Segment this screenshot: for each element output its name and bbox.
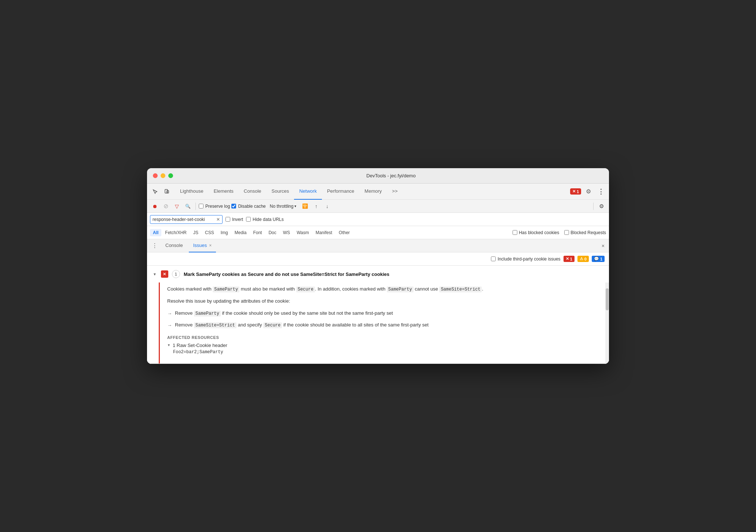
settings-icon[interactable]: ⚙ <box>583 186 594 197</box>
filter-css[interactable]: CSS <box>202 229 217 236</box>
download-icon[interactable]: ↓ <box>322 202 332 211</box>
error-badge[interactable]: ✕ 1 <box>570 188 581 195</box>
sub-tabs-more-icon[interactable]: ⋮ <box>150 241 159 251</box>
affected-resources: AFFECTED RESOURCES ▼ 1 Raw Set-Cookie he… <box>167 335 591 355</box>
sub-tabs-right: × <box>600 243 606 249</box>
scrollbar-track[interactable] <box>605 282 609 363</box>
issue-chevron-icon: ▼ <box>153 272 157 276</box>
hide-data-urls-checkbox[interactable] <box>246 217 251 222</box>
preserve-log-checkbox[interactable] <box>199 204 203 208</box>
wifi-icon[interactable]: 🛜 <box>300 202 310 211</box>
error-badge-icon: ✕ <box>566 256 569 261</box>
filter-font[interactable]: Font <box>250 229 265 236</box>
issue-header[interactable]: ▼ ✕ 1 Mark SameParty cookies as Secure a… <box>147 266 609 282</box>
sub-tab-console[interactable]: Console <box>161 239 187 252</box>
issues-panel: Include third-party cookie issues ✕ 1 ⚠ … <box>147 252 609 364</box>
filter-other[interactable]: Other <box>336 229 353 236</box>
tab-memory[interactable]: Memory <box>359 184 387 200</box>
code-sameparty-1: SameParty <box>213 287 239 292</box>
include-third-party-checkbox[interactable] <box>491 256 496 261</box>
filter-all[interactable]: All <box>150 229 161 236</box>
tab-performance[interactable]: Performance <box>322 184 359 200</box>
sub-tabs: ⋮ Console Issues × × <box>147 239 609 252</box>
bullet-2-text: Remove SameSite=Strict and specify Secur… <box>175 321 429 329</box>
tab-lighthouse[interactable]: Lighthouse <box>175 184 209 200</box>
issue-paragraph-1: Cookies marked with SameParty must also … <box>167 285 591 293</box>
search-icon[interactable]: 🔍 <box>183 202 192 211</box>
chevron-down-icon: ▾ <box>294 204 296 208</box>
nav-icons <box>150 186 172 197</box>
hide-data-urls-label[interactable]: Hide data URLs <box>246 217 284 222</box>
issue-group: ▼ ✕ 1 Mark SameParty cookies as Secure a… <box>147 266 609 364</box>
throttle-select[interactable]: No throttling ▾ <box>267 203 299 210</box>
cursor-icon[interactable] <box>150 186 160 197</box>
toolbar-divider-1 <box>195 203 196 210</box>
toolbar-divider-2 <box>593 203 594 210</box>
preserve-log-label[interactable]: Preserve log <box>199 204 230 209</box>
sub-tab-issues-close[interactable]: × <box>209 243 212 248</box>
tab-sources[interactable]: Sources <box>267 184 294 200</box>
devtools-window: DevTools - jec.fyi/demo Lighthouse <box>147 168 609 364</box>
code-samesite-2: SameSite=Strict <box>194 322 236 328</box>
info-badge-icon: 💬 <box>594 256 599 261</box>
search-input[interactable] <box>153 217 215 222</box>
disable-cache-label[interactable]: Disable cache <box>231 204 265 209</box>
filter-fetch[interactable]: Fetch/XHR <box>162 229 190 236</box>
disable-cache-checkbox[interactable] <box>231 204 236 208</box>
filter-wasm[interactable]: Wasm <box>294 229 312 236</box>
filter-manifest[interactable]: Manifest <box>313 229 335 236</box>
info-count-badge: 💬 1 <box>592 256 605 262</box>
error-x-icon: ✕ <box>572 189 576 194</box>
bullet-arrow-1: → <box>167 310 172 318</box>
has-blocked-cookies-label[interactable]: Has blocked cookies <box>513 230 559 235</box>
resource-item[interactable]: ▼ 1 Raw Set-Cookie header <box>167 343 591 348</box>
nav-tabs: Lighthouse Elements Console Sources Netw… <box>175 184 570 200</box>
issue-bullet-1: → Remove SameParty if the cookie should … <box>167 310 591 318</box>
nav-right: ✕ 1 ⚙ ⋮ <box>570 186 606 197</box>
code-sameparty-3: SameParty <box>194 311 221 317</box>
tab-console[interactable]: Console <box>239 184 267 200</box>
svg-rect-0 <box>165 189 168 193</box>
include-third-party-label[interactable]: Include third-party cookie issues <box>491 256 560 262</box>
issue-content: Cookies marked with SameParty must also … <box>160 282 605 363</box>
error-count-badge: ✕ 1 <box>564 256 575 262</box>
network-settings-icon[interactable]: ⚙ <box>597 202 606 211</box>
code-secure-1: Secure <box>296 287 315 292</box>
blocked-requests-label[interactable]: Blocked Requests <box>564 230 606 235</box>
close-panel-button[interactable]: × <box>600 243 606 249</box>
filter-ws[interactable]: WS <box>280 229 293 236</box>
upload-icon[interactable]: ↑ <box>311 202 321 211</box>
search-clear-button[interactable]: ✕ <box>216 217 220 222</box>
bullet-1-text: Remove SameParty if the cookie should on… <box>175 310 393 317</box>
more-options-icon[interactable]: ⋮ <box>596 186 606 197</box>
filter-media[interactable]: Media <box>232 229 250 236</box>
code-samesite-1: SameSite=Strict <box>439 287 482 292</box>
stop-button[interactable]: ⊘ <box>161 202 170 211</box>
resource-value: Foo2=bar2;SameParty <box>173 350 591 355</box>
warning-count-badge: ⚠ 0 <box>577 256 589 262</box>
filter-icon[interactable]: ▽ <box>172 202 181 211</box>
maximize-button[interactable] <box>168 173 173 178</box>
invert-checkbox[interactable] <box>225 217 230 222</box>
warning-badge-icon: ⚠ <box>580 256 583 261</box>
filter-js[interactable]: JS <box>190 229 201 236</box>
issue-bullet-2: → Remove SameSite=Strict and specify Sec… <box>167 321 591 329</box>
filter-doc[interactable]: Doc <box>265 229 279 236</box>
close-button[interactable] <box>153 173 158 178</box>
issue-error-icon: ✕ <box>161 270 168 278</box>
issue-paragraph-2: Resolve this issue by updating the attri… <box>167 298 591 305</box>
filter-img[interactable]: Img <box>218 229 231 236</box>
tab-more[interactable]: >> <box>387 184 403 200</box>
resource-filter: All Fetch/XHR JS CSS Img Media Font Doc … <box>147 226 609 239</box>
tab-elements[interactable]: Elements <box>209 184 239 200</box>
tab-network[interactable]: Network <box>294 184 322 200</box>
has-blocked-cookies-checkbox[interactable] <box>513 230 517 235</box>
sub-tab-issues[interactable]: Issues × <box>189 239 216 252</box>
invert-label[interactable]: Invert <box>225 217 243 222</box>
minimize-button[interactable] <box>161 173 165 178</box>
device-toggle-icon[interactable] <box>162 186 172 197</box>
issue-count-circle: 1 <box>172 270 180 278</box>
scrollbar-thumb[interactable] <box>606 288 609 310</box>
blocked-requests-checkbox[interactable] <box>564 230 569 235</box>
record-button[interactable]: ⏺ <box>150 202 159 211</box>
